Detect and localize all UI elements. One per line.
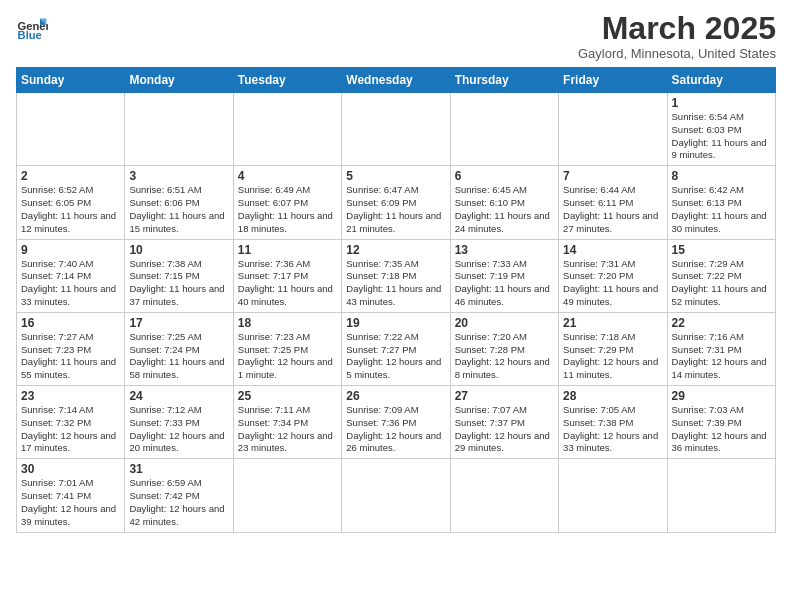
day-info: Sunrise: 7:01 AM Sunset: 7:41 PM Dayligh…: [21, 477, 120, 528]
calendar-cell: [559, 459, 667, 532]
day-info: Sunrise: 6:49 AM Sunset: 6:07 PM Dayligh…: [238, 184, 337, 235]
header: General Blue March 2025 Gaylord, Minneso…: [16, 12, 776, 61]
calendar-cell: 28Sunrise: 7:05 AM Sunset: 7:38 PM Dayli…: [559, 386, 667, 459]
day-info: Sunrise: 7:40 AM Sunset: 7:14 PM Dayligh…: [21, 258, 120, 309]
calendar-cell: 6Sunrise: 6:45 AM Sunset: 6:10 PM Daylig…: [450, 166, 558, 239]
calendar-cell: 24Sunrise: 7:12 AM Sunset: 7:33 PM Dayli…: [125, 386, 233, 459]
day-info: Sunrise: 7:33 AM Sunset: 7:19 PM Dayligh…: [455, 258, 554, 309]
calendar-week-row: 9Sunrise: 7:40 AM Sunset: 7:14 PM Daylig…: [17, 239, 776, 312]
calendar-cell: 23Sunrise: 7:14 AM Sunset: 7:32 PM Dayli…: [17, 386, 125, 459]
calendar-cell: [559, 93, 667, 166]
calendar: Sunday Monday Tuesday Wednesday Thursday…: [16, 67, 776, 533]
day-info: Sunrise: 7:38 AM Sunset: 7:15 PM Dayligh…: [129, 258, 228, 309]
day-info: Sunrise: 7:11 AM Sunset: 7:34 PM Dayligh…: [238, 404, 337, 455]
calendar-week-row: 16Sunrise: 7:27 AM Sunset: 7:23 PM Dayli…: [17, 312, 776, 385]
day-info: Sunrise: 6:54 AM Sunset: 6:03 PM Dayligh…: [672, 111, 771, 162]
day-info: Sunrise: 6:47 AM Sunset: 6:09 PM Dayligh…: [346, 184, 445, 235]
calendar-header-row: Sunday Monday Tuesday Wednesday Thursday…: [17, 68, 776, 93]
calendar-cell: 31Sunrise: 6:59 AM Sunset: 7:42 PM Dayli…: [125, 459, 233, 532]
day-info: Sunrise: 7:12 AM Sunset: 7:33 PM Dayligh…: [129, 404, 228, 455]
day-number: 12: [346, 243, 445, 257]
col-monday: Monday: [125, 68, 233, 93]
day-info: Sunrise: 6:45 AM Sunset: 6:10 PM Dayligh…: [455, 184, 554, 235]
day-info: Sunrise: 6:59 AM Sunset: 7:42 PM Dayligh…: [129, 477, 228, 528]
calendar-cell: [450, 459, 558, 532]
day-number: 23: [21, 389, 120, 403]
day-number: 9: [21, 243, 120, 257]
day-info: Sunrise: 6:44 AM Sunset: 6:11 PM Dayligh…: [563, 184, 662, 235]
day-number: 3: [129, 169, 228, 183]
calendar-cell: 13Sunrise: 7:33 AM Sunset: 7:19 PM Dayli…: [450, 239, 558, 312]
col-tuesday: Tuesday: [233, 68, 341, 93]
calendar-cell: [342, 93, 450, 166]
day-info: Sunrise: 7:25 AM Sunset: 7:24 PM Dayligh…: [129, 331, 228, 382]
day-number: 24: [129, 389, 228, 403]
day-number: 20: [455, 316, 554, 330]
day-number: 26: [346, 389, 445, 403]
day-number: 16: [21, 316, 120, 330]
calendar-cell: 29Sunrise: 7:03 AM Sunset: 7:39 PM Dayli…: [667, 386, 775, 459]
logo-icon: General Blue: [16, 12, 48, 44]
calendar-cell: 8Sunrise: 6:42 AM Sunset: 6:13 PM Daylig…: [667, 166, 775, 239]
day-number: 5: [346, 169, 445, 183]
calendar-cell: 7Sunrise: 6:44 AM Sunset: 6:11 PM Daylig…: [559, 166, 667, 239]
calendar-cell: 15Sunrise: 7:29 AM Sunset: 7:22 PM Dayli…: [667, 239, 775, 312]
title-block: March 2025 Gaylord, Minnesota, United St…: [578, 12, 776, 61]
day-number: 30: [21, 462, 120, 476]
calendar-cell: 17Sunrise: 7:25 AM Sunset: 7:24 PM Dayli…: [125, 312, 233, 385]
calendar-cell: 22Sunrise: 7:16 AM Sunset: 7:31 PM Dayli…: [667, 312, 775, 385]
day-info: Sunrise: 6:51 AM Sunset: 6:06 PM Dayligh…: [129, 184, 228, 235]
day-number: 29: [672, 389, 771, 403]
day-number: 21: [563, 316, 662, 330]
month-title: March 2025: [578, 12, 776, 44]
day-number: 13: [455, 243, 554, 257]
day-info: Sunrise: 6:42 AM Sunset: 6:13 PM Dayligh…: [672, 184, 771, 235]
day-info: Sunrise: 7:31 AM Sunset: 7:20 PM Dayligh…: [563, 258, 662, 309]
day-number: 28: [563, 389, 662, 403]
col-sunday: Sunday: [17, 68, 125, 93]
logo: General Blue: [16, 12, 48, 44]
day-number: 17: [129, 316, 228, 330]
calendar-cell: 20Sunrise: 7:20 AM Sunset: 7:28 PM Dayli…: [450, 312, 558, 385]
day-info: Sunrise: 7:27 AM Sunset: 7:23 PM Dayligh…: [21, 331, 120, 382]
day-number: 1: [672, 96, 771, 110]
calendar-cell: 1Sunrise: 6:54 AM Sunset: 6:03 PM Daylig…: [667, 93, 775, 166]
calendar-cell: 21Sunrise: 7:18 AM Sunset: 7:29 PM Dayli…: [559, 312, 667, 385]
calendar-cell: [450, 93, 558, 166]
calendar-cell: 25Sunrise: 7:11 AM Sunset: 7:34 PM Dayli…: [233, 386, 341, 459]
day-number: 2: [21, 169, 120, 183]
day-info: Sunrise: 7:09 AM Sunset: 7:36 PM Dayligh…: [346, 404, 445, 455]
calendar-cell: 4Sunrise: 6:49 AM Sunset: 6:07 PM Daylig…: [233, 166, 341, 239]
col-friday: Friday: [559, 68, 667, 93]
calendar-cell: 11Sunrise: 7:36 AM Sunset: 7:17 PM Dayli…: [233, 239, 341, 312]
day-number: 18: [238, 316, 337, 330]
day-info: Sunrise: 7:05 AM Sunset: 7:38 PM Dayligh…: [563, 404, 662, 455]
calendar-cell: [233, 93, 341, 166]
day-info: Sunrise: 7:29 AM Sunset: 7:22 PM Dayligh…: [672, 258, 771, 309]
day-number: 11: [238, 243, 337, 257]
calendar-cell: 9Sunrise: 7:40 AM Sunset: 7:14 PM Daylig…: [17, 239, 125, 312]
col-thursday: Thursday: [450, 68, 558, 93]
calendar-week-row: 2Sunrise: 6:52 AM Sunset: 6:05 PM Daylig…: [17, 166, 776, 239]
day-info: Sunrise: 7:16 AM Sunset: 7:31 PM Dayligh…: [672, 331, 771, 382]
day-info: Sunrise: 7:03 AM Sunset: 7:39 PM Dayligh…: [672, 404, 771, 455]
day-info: Sunrise: 7:07 AM Sunset: 7:37 PM Dayligh…: [455, 404, 554, 455]
calendar-cell: 10Sunrise: 7:38 AM Sunset: 7:15 PM Dayli…: [125, 239, 233, 312]
day-number: 4: [238, 169, 337, 183]
calendar-cell: [233, 459, 341, 532]
calendar-cell: 19Sunrise: 7:22 AM Sunset: 7:27 PM Dayli…: [342, 312, 450, 385]
day-number: 15: [672, 243, 771, 257]
day-info: Sunrise: 7:22 AM Sunset: 7:27 PM Dayligh…: [346, 331, 445, 382]
day-number: 10: [129, 243, 228, 257]
calendar-cell: 12Sunrise: 7:35 AM Sunset: 7:18 PM Dayli…: [342, 239, 450, 312]
day-info: Sunrise: 7:18 AM Sunset: 7:29 PM Dayligh…: [563, 331, 662, 382]
calendar-cell: [125, 93, 233, 166]
page: General Blue March 2025 Gaylord, Minneso…: [0, 0, 792, 612]
day-info: Sunrise: 6:52 AM Sunset: 6:05 PM Dayligh…: [21, 184, 120, 235]
calendar-cell: 5Sunrise: 6:47 AM Sunset: 6:09 PM Daylig…: [342, 166, 450, 239]
day-number: 27: [455, 389, 554, 403]
calendar-cell: 3Sunrise: 6:51 AM Sunset: 6:06 PM Daylig…: [125, 166, 233, 239]
location: Gaylord, Minnesota, United States: [578, 46, 776, 61]
calendar-week-row: 30Sunrise: 7:01 AM Sunset: 7:41 PM Dayli…: [17, 459, 776, 532]
day-number: 6: [455, 169, 554, 183]
